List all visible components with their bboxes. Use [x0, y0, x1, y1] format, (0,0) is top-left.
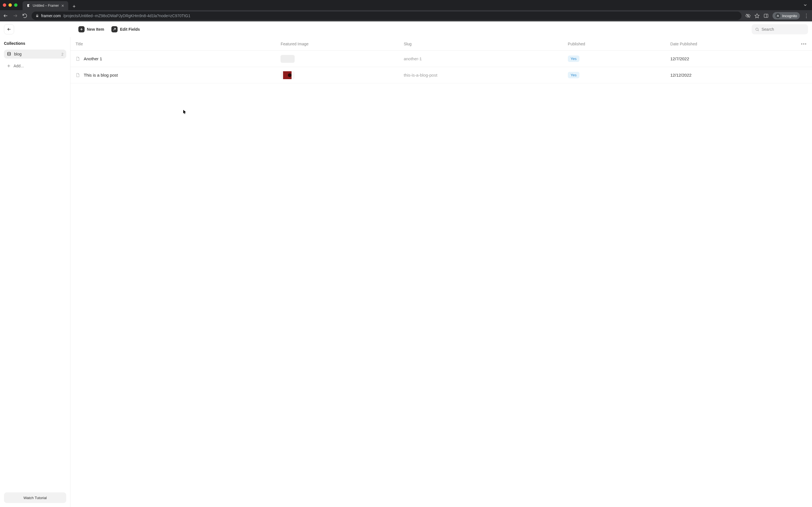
tabstrip-chevron-icon[interactable] [803, 3, 809, 7]
table-header: Title Featured Image Slug Published Date… [70, 37, 812, 51]
url-host: framer.com [41, 13, 61, 18]
svg-rect-5 [764, 14, 768, 17]
browser-back-button[interactable] [3, 13, 8, 18]
browser-tab-title: Untitled – Framer [33, 4, 59, 8]
sidebar-item-blog[interactable]: blog 2 [4, 50, 66, 59]
published-badge: Yes [568, 72, 579, 78]
svg-marker-4 [755, 14, 759, 18]
incognito-badge[interactable]: Incognito [772, 12, 800, 19]
browser-tabs: Untitled – Framer ✕ + [22, 0, 801, 10]
lock-icon [36, 14, 39, 17]
browser-forward-button[interactable] [12, 13, 18, 18]
plus-icon [7, 64, 11, 68]
row-slug: another-1 [404, 56, 568, 61]
panel-icon[interactable] [763, 13, 769, 18]
table-row[interactable]: Another 1 another-1 Yes 12/7/2022 [70, 51, 812, 67]
window-close-button[interactable] [3, 3, 6, 7]
sidebar-heading: Collections [4, 41, 66, 46]
row-title: This is a blog post [84, 73, 118, 77]
search-icon [755, 27, 759, 32]
row-title: Another 1 [84, 56, 102, 61]
watch-tutorial-button[interactable]: Watch Tutorial [4, 492, 66, 503]
row-date: 12/7/2022 [670, 56, 794, 61]
search-field[interactable] [752, 24, 808, 34]
new-item-label: New Item [87, 27, 104, 32]
sidebar-item-label: blog [14, 52, 21, 56]
col-title[interactable]: Title [75, 42, 281, 46]
search-input[interactable] [762, 27, 811, 32]
svg-line-14 [758, 30, 759, 31]
browser-reload-button[interactable] [22, 13, 28, 18]
watch-tutorial-label: Watch Tutorial [23, 496, 47, 500]
row-date: 12/12/2022 [670, 73, 794, 77]
main-content: Title Featured Image Slug Published Date… [70, 37, 812, 507]
svg-point-7 [777, 16, 778, 17]
document-icon [75, 73, 80, 77]
star-icon[interactable] [755, 13, 760, 18]
table-row[interactable]: This is a blog post this-is-a-blog-post … [70, 67, 812, 83]
svg-point-15 [8, 52, 11, 53]
window-minimize-button[interactable] [8, 3, 12, 7]
browser-menu-icon[interactable]: ⋮ [804, 13, 809, 18]
featured-image-thumb[interactable] [281, 55, 295, 63]
col-published[interactable]: Published [568, 42, 670, 46]
eye-off-icon[interactable] [746, 13, 751, 18]
app-toolbar: New Item Edit Fields [0, 21, 812, 37]
sidebar-item-count: 2 [61, 52, 63, 56]
col-slug[interactable]: Slug [404, 42, 568, 46]
browser-titlebar: Untitled – Framer ✕ + [0, 0, 812, 10]
cursor-icon [183, 110, 187, 114]
edit-icon [111, 26, 117, 33]
columns-menu-icon[interactable]: ••• [794, 42, 807, 46]
framer-favicon-icon [27, 4, 31, 8]
window-maximize-button[interactable] [14, 3, 17, 7]
edit-fields-label: Edit Fields [120, 27, 140, 32]
col-featured[interactable]: Featured Image [281, 42, 403, 46]
sidebar-add-button[interactable]: Add... [4, 61, 66, 70]
incognito-icon [775, 13, 780, 18]
edit-fields-button[interactable]: Edit Fields [109, 24, 142, 34]
new-item-button[interactable]: New Item [76, 24, 106, 34]
svg-point-13 [756, 28, 758, 31]
browser-chrome: Untitled – Framer ✕ + framer.com/project… [0, 0, 812, 21]
sidebar-add-label: Add... [13, 64, 24, 68]
document-icon [75, 57, 80, 61]
address-bar[interactable]: framer.com/projects/Untitled--mZ98oDWaPJ… [32, 11, 742, 20]
row-slug: this-is-a-blog-post [404, 73, 568, 77]
svg-line-12 [114, 29, 116, 31]
plus-icon [79, 26, 85, 33]
database-icon [7, 52, 11, 56]
back-button[interactable] [4, 24, 14, 34]
browser-tab[interactable]: Untitled – Framer ✕ [22, 1, 68, 10]
featured-image-thumb[interactable] [281, 71, 295, 79]
browser-actions: Incognito ⋮ [746, 12, 809, 19]
new-tab-button[interactable]: + [70, 3, 78, 10]
tab-close-icon[interactable]: ✕ [61, 4, 64, 8]
col-date[interactable]: Date Published [670, 42, 794, 46]
url-path: /projects/Untitled--mZ98oDWaPJyDRgKHm9n8… [63, 13, 190, 18]
published-badge: Yes [568, 55, 579, 62]
app: New Item Edit Fields Collections blog [0, 21, 812, 507]
svg-point-8 [778, 16, 779, 17]
workspace: Collections blog 2 Add... Watch Tutorial [0, 37, 812, 507]
window-controls [3, 3, 17, 7]
sidebar: Collections blog 2 Add... Watch Tutorial [0, 37, 70, 507]
browser-toolbar: framer.com/projects/Untitled--mZ98oDWaPJ… [0, 10, 812, 21]
incognito-label: Incognito [782, 14, 797, 18]
